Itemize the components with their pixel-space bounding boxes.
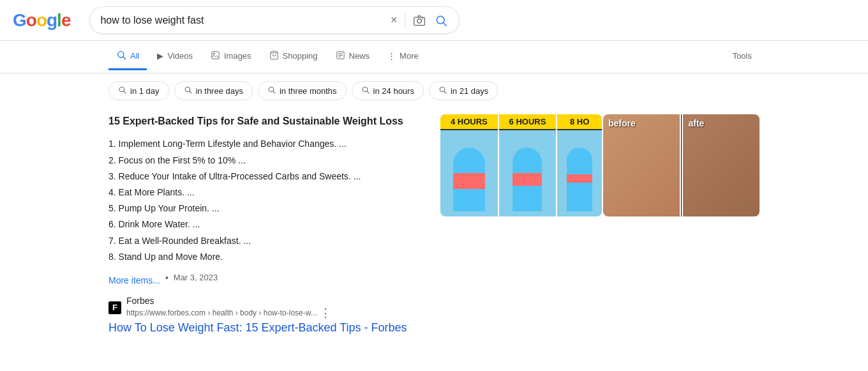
- filter-chip-1day[interactable]: in 1 day: [108, 81, 169, 100]
- source-favicon: F: [108, 301, 121, 314]
- chip-search-icon: [118, 86, 126, 96]
- svg-line-6: [123, 57, 126, 59]
- 8hours-block: 8 HO: [557, 114, 602, 216]
- source-block: F Forbes https://www.forbes.com › health…: [108, 296, 415, 335]
- result-link[interactable]: How To Lose Weight Fast: 15 Expert-Backe…: [108, 321, 415, 335]
- source-row: F Forbes https://www.forbes.com › health…: [108, 296, 415, 320]
- separator-dot: •: [165, 273, 168, 283]
- chip-search-icon-2: [184, 86, 192, 96]
- tab-all-label: All: [130, 51, 139, 61]
- source-name: Forbes: [126, 296, 331, 306]
- camera-button[interactable]: [412, 13, 427, 28]
- 6hours-body: [499, 130, 557, 216]
- search-input[interactable]: [100, 15, 389, 26]
- tab-videos[interactable]: ▶ Videos: [149, 45, 200, 69]
- chip-search-icon-4: [361, 86, 370, 96]
- 4hours-label: 4 HOURS: [440, 114, 498, 130]
- images-icon: [211, 50, 220, 62]
- body-8h: [567, 148, 592, 211]
- 6hours-block: 6 HOURS: [499, 114, 557, 216]
- svg-point-8: [213, 53, 215, 55]
- search-icon: [435, 14, 447, 27]
- 8hours-label: 8 HO: [557, 114, 602, 130]
- after-image: [683, 114, 760, 216]
- chip-label-24hours: in 24 hours: [373, 86, 414, 96]
- list-item: 7. Eat a Well-Rounded Breakfast. ...: [108, 233, 415, 249]
- more-options-icon[interactable]: ⋮: [320, 306, 331, 320]
- svg-line-15: [124, 91, 126, 93]
- tab-news-label: News: [349, 51, 370, 61]
- source-text: Forbes https://www.forbes.com › health ›…: [126, 296, 331, 320]
- before-image: [603, 114, 680, 216]
- header: Google ×: [0, 0, 868, 41]
- divider: [405, 13, 405, 28]
- list-item: 1. Implement Long-Term Lifestyle and Beh…: [108, 136, 415, 152]
- after-block: afte: [683, 114, 760, 216]
- 4hours-block: 4 HOURS: [440, 114, 498, 216]
- tab-shopping[interactable]: Shopping: [262, 44, 326, 70]
- all-icon: [116, 50, 126, 62]
- filter-chip-threedays[interactable]: in three days: [174, 81, 253, 100]
- before-label: before: [608, 118, 636, 128]
- list-item: 8. Stand Up and Move More.: [108, 249, 415, 265]
- tab-news[interactable]: News: [328, 44, 378, 70]
- list-item: 3. Reduce Your Intake of Ultra-Processed…: [108, 169, 415, 185]
- more-icon: ⋮: [387, 51, 396, 61]
- filter-chip-21days[interactable]: in 21 days: [429, 81, 498, 100]
- search-icons: ×: [389, 12, 449, 28]
- tab-tools[interactable]: Tools: [725, 45, 760, 69]
- list-item: 2. Focus on the First 5% to 10% ...: [108, 153, 415, 169]
- source-url-row: https://www.forbes.com › health › body ›…: [126, 306, 331, 320]
- news-icon: [336, 50, 345, 62]
- shopping-icon: [269, 50, 279, 62]
- list-item: 4. Eat More Plants. ...: [108, 185, 415, 201]
- after-label: afte: [688, 118, 704, 128]
- svg-rect-2: [423, 18, 424, 19]
- chip-label-21days: in 21 days: [451, 86, 488, 96]
- source-url: https://www.forbes.com › health › body ›…: [126, 308, 317, 317]
- tab-all[interactable]: All: [108, 43, 147, 70]
- tab-images-label: Images: [224, 51, 251, 61]
- google-logo: Google: [13, 10, 70, 31]
- svg-line-4: [444, 22, 447, 26]
- chip-label-1day: in 1 day: [130, 86, 160, 96]
- body-4h: [453, 148, 485, 211]
- chip-search-icon-3: [267, 86, 276, 96]
- svg-line-23: [444, 91, 446, 93]
- filter-chip-24hours[interactable]: in 24 hours: [352, 81, 424, 100]
- before-after-panel[interactable]: before afte: [603, 114, 760, 216]
- list-item: 5. Pump Up Your Protein. ...: [108, 201, 415, 216]
- results-left: 15 Expert-Backed Tips for Safe and Susta…: [108, 114, 415, 335]
- nav-tabs: All ▶ Videos Images Shopping News ⋮ More…: [0, 41, 868, 73]
- svg-line-21: [367, 91, 369, 93]
- article-title: 15 Expert-Backed Tips for Safe and Susta…: [108, 114, 415, 128]
- 4hours-body: [440, 130, 498, 216]
- 8hours-body: [557, 130, 602, 216]
- svg-point-1: [417, 19, 422, 23]
- chip-label-threedays: in three days: [196, 86, 243, 96]
- search-box: ×: [89, 6, 460, 34]
- more-items-link[interactable]: More items...: [108, 275, 160, 285]
- tab-more-label: More: [400, 51, 419, 61]
- result-list: 1. Implement Long-Term Lifestyle and Beh…: [108, 136, 415, 265]
- tab-videos-label: Videos: [167, 51, 193, 61]
- body-6h: [513, 148, 542, 211]
- tab-more[interactable]: ⋮ More: [380, 45, 426, 69]
- list-item: 6. Drink More Water. ...: [108, 216, 415, 232]
- filter-chip-threemonths[interactable]: in three months: [258, 81, 347, 100]
- tab-tools-label: Tools: [733, 51, 752, 61]
- results-right: 4 HOURS 6 HOURS 8 HO: [440, 114, 760, 335]
- camera-icon: [413, 14, 426, 27]
- videos-icon: ▶: [157, 51, 163, 61]
- search-button[interactable]: [433, 13, 449, 28]
- hours-image-panel[interactable]: 4 HOURS 6 HOURS 8 HO: [440, 114, 602, 216]
- tab-shopping-label: Shopping: [283, 51, 318, 61]
- clear-button[interactable]: ×: [389, 12, 399, 28]
- svg-rect-7: [212, 51, 219, 58]
- svg-line-17: [189, 91, 191, 93]
- main-content: 15 Expert-Backed Tips for Safe and Susta…: [0, 108, 868, 341]
- close-icon: ×: [391, 13, 398, 27]
- tab-images[interactable]: Images: [203, 44, 259, 70]
- result-date: Mar 3, 2023: [174, 273, 218, 282]
- 6hours-label: 6 HOURS: [499, 114, 557, 130]
